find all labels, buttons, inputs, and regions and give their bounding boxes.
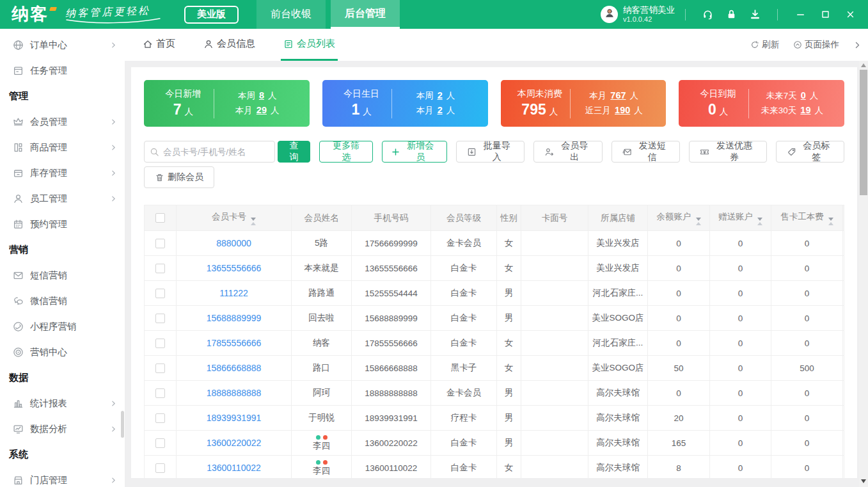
cell-gift: 0 <box>710 456 771 479</box>
member-card-link[interactable]: 15866668888 <box>207 363 262 373</box>
row-checkbox[interactable] <box>155 239 165 248</box>
delete-member-button[interactable]: 删除会员 <box>144 166 214 188</box>
app-logo: 纳客 <box>12 6 56 23</box>
cell-gender: 男 <box>497 281 521 306</box>
export-member-button[interactable]: 会员导出 <box>533 141 603 163</box>
nav-tab-cashier[interactable]: 前台收银 <box>256 0 326 29</box>
query-button[interactable]: 查询 <box>278 141 310 163</box>
page-scrollbar[interactable] <box>859 61 868 487</box>
member-card-link[interactable]: 13600110022 <box>207 463 261 473</box>
chevron-right-icon <box>110 118 117 125</box>
add-member-button[interactable]: 新增会员 <box>382 141 447 163</box>
member-card-link[interactable]: 17855556666 <box>207 338 262 348</box>
search-input[interactable] <box>163 147 269 157</box>
cell-balance: 20 <box>648 406 710 431</box>
member-card-link[interactable]: 13600220022 <box>207 438 262 448</box>
sidebar-item[interactable]: 商品管理 <box>0 134 125 160</box>
cell-name: 路口 <box>292 356 352 381</box>
row-checkbox[interactable] <box>155 413 165 423</box>
edition-badge[interactable]: 美业版 <box>184 6 239 24</box>
sidebar-item[interactable]: 短信营销 <box>0 262 125 288</box>
user-name: 纳客营销美业 <box>623 5 675 15</box>
page-tab[interactable]: 会员列表 <box>281 29 338 61</box>
lock-icon[interactable] <box>726 9 737 20</box>
column-header-card_fee[interactable]: 售卡工本费 <box>771 205 843 231</box>
row-checkbox[interactable] <box>155 363 165 373</box>
row-checkbox[interactable] <box>155 264 165 273</box>
page-tab[interactable]: 会员信息 <box>201 29 258 61</box>
sidebar-item-label: 统计报表 <box>30 397 67 410</box>
sidebar-item[interactable]: 数据分析 <box>0 416 125 442</box>
cell-checkbox <box>145 381 177 406</box>
page-tab[interactable]: 首页 <box>140 29 178 61</box>
support-icon[interactable] <box>702 9 713 20</box>
batch-import-button[interactable]: 批量导入 <box>456 141 525 163</box>
member-card-link[interactable]: 13655556666 <box>207 263 262 273</box>
home-icon <box>143 39 153 49</box>
row-checkbox[interactable] <box>155 463 165 473</box>
sort-icon[interactable] <box>251 218 256 225</box>
column-header-gift[interactable]: 赠送账户 <box>710 205 771 231</box>
cell-level: 疗程卡 <box>431 406 497 431</box>
sidebar-item[interactable]: 任务管理 <box>0 58 125 83</box>
cell-card-no: 13655556666 <box>177 256 292 281</box>
row-checkbox[interactable] <box>155 339 165 348</box>
table-row: 18939931991于明锐18939931991疗程卡男高尔夫球馆2000 <box>145 406 844 431</box>
cell-phone: 13655556666 <box>352 256 431 281</box>
cell-filler <box>843 431 844 456</box>
cell-card-fee: 0 <box>771 431 843 456</box>
cell-card-fee: 0 <box>771 231 843 256</box>
member-tag-button[interactable]: 会员标签 <box>776 141 845 163</box>
more-filter-button[interactable]: 更多筛选 <box>319 141 373 163</box>
sidebar-item[interactable]: 微信营销 <box>0 288 125 314</box>
send-sms-button[interactable]: 发送短信 <box>612 141 681 163</box>
member-card-link[interactable]: 8880000 <box>216 238 251 248</box>
maximize-button[interactable] <box>821 10 830 19</box>
scrollbar-thumb[interactable] <box>860 70 867 195</box>
cell-filler <box>843 306 844 331</box>
cell-name: 路路通 <box>292 281 352 306</box>
cell-checkbox <box>145 231 177 256</box>
scroll-down-icon[interactable] <box>861 479 866 483</box>
sort-icon[interactable] <box>696 218 701 225</box>
send-coupon-button[interactable]: 发送优惠券 <box>689 141 766 163</box>
member-card-link[interactable]: 18888888888 <box>207 388 262 398</box>
user-account[interactable]: 纳客营销美业 v1.0.0.42 <box>601 5 675 23</box>
download-icon[interactable] <box>750 9 761 20</box>
sidebar-item-label: 会员管理 <box>30 116 67 128</box>
sort-icon[interactable] <box>828 218 833 225</box>
select-all-checkbox[interactable] <box>155 213 165 223</box>
row-checkbox[interactable] <box>155 289 165 298</box>
chevron-right-icon <box>110 426 117 433</box>
column-header-balance[interactable]: 余额账户 <box>648 205 710 231</box>
page-ops-button[interactable]: 页面操作 <box>793 39 839 51</box>
scroll-up-icon[interactable] <box>861 63 866 67</box>
minimize-button[interactable] <box>796 10 805 19</box>
stat-detail: 未来7天0人 <box>766 90 819 102</box>
sidebar-item[interactable]: 小程序营销 <box>0 314 125 339</box>
cell-store: 高尔夫球馆 <box>588 431 648 456</box>
member-card-link[interactable]: 15688889999 <box>207 313 262 323</box>
close-button[interactable] <box>846 10 855 19</box>
sidebar-item[interactable]: 营销中心 <box>0 339 125 365</box>
collapse-arrow-icon[interactable] <box>853 41 862 49</box>
sidebar-item[interactable]: 订单中心 <box>0 32 125 58</box>
member-card-link[interactable]: 18939931991 <box>207 413 262 423</box>
stat-detail: 本月767人 <box>589 90 638 102</box>
sidebar-item[interactable]: 预约管理 <box>0 211 125 237</box>
row-checkbox[interactable] <box>155 314 165 323</box>
column-header-card_no[interactable]: 会员卡号 <box>177 205 292 231</box>
row-checkbox[interactable] <box>155 438 165 448</box>
sidebar-item[interactable]: 会员管理 <box>0 109 125 134</box>
sort-icon[interactable] <box>757 218 762 225</box>
sidebar-scrollbar[interactable] <box>121 411 124 438</box>
row-checkbox[interactable] <box>155 388 165 398</box>
sidebar-item[interactable]: 员工管理 <box>0 186 125 211</box>
cell-level: 白金卡 <box>431 331 497 356</box>
refresh-button[interactable]: 刷新 <box>750 39 779 51</box>
sidebar-item[interactable]: 门店管理 <box>0 467 125 487</box>
sidebar-item[interactable]: 库存管理 <box>0 160 125 186</box>
sidebar-item[interactable]: 统计报表 <box>0 390 125 416</box>
member-card-link[interactable]: 111222 <box>219 288 248 298</box>
nav-tab-backoffice[interactable]: 后台管理 <box>331 0 400 29</box>
